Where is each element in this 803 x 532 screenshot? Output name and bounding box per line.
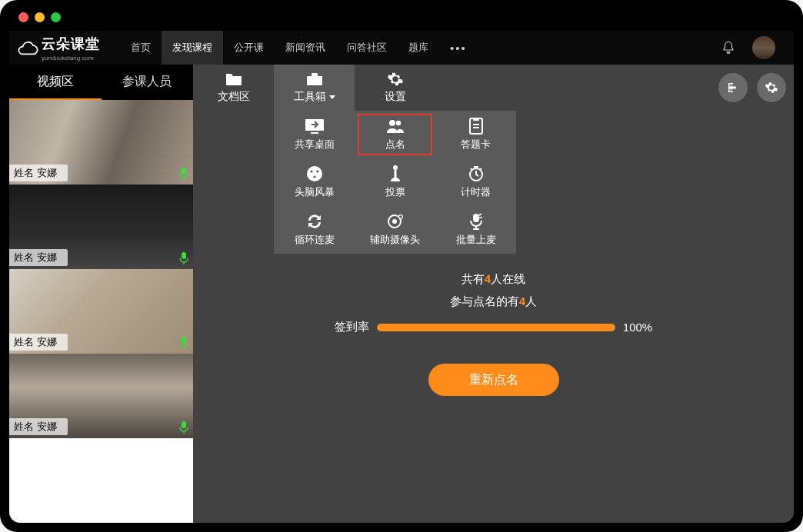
toolbar-tab-label-row: 工具箱 xyxy=(294,90,335,104)
tool-brainstorm[interactable]: 头脑风暴 xyxy=(274,158,355,206)
toolbar-tab-label-row: 设置 xyxy=(385,90,406,104)
gear-icon xyxy=(765,81,778,95)
toolbar-tab-toolbox[interactable]: 工具箱 xyxy=(274,65,355,111)
nav-item-2[interactable]: 公开课 xyxy=(223,31,275,65)
settings-icon xyxy=(386,71,405,87)
tool-share-screen[interactable]: 共享桌面 xyxy=(274,111,355,158)
video-list: 姓名 安娜姓名 安娜姓名 安娜姓名 安娜 xyxy=(9,100,193,523)
svg-rect-2 xyxy=(182,337,186,344)
attend-count-line: 参与点名的有4人 xyxy=(450,294,537,309)
participant-name-overlay: 姓名 安娜 xyxy=(9,249,68,266)
toolbar-tab-label: 文档区 xyxy=(218,90,250,104)
tool-label: 投票 xyxy=(385,185,405,199)
tool-label: 头脑风暴 xyxy=(295,185,335,199)
traffic-lights xyxy=(18,12,61,22)
brand-logo[interactable]: 云朵课堂 yunduoketang.com xyxy=(17,35,100,62)
toolbar-tab-label: 设置 xyxy=(385,90,406,104)
tool-batch-mic[interactable]: 批量上麦 xyxy=(435,206,516,254)
roll-call-icon xyxy=(385,118,405,135)
svg-rect-1 xyxy=(182,252,186,259)
svg-point-12 xyxy=(310,170,312,172)
nav-item-4[interactable]: 问答社区 xyxy=(336,31,398,65)
signin-progress-track xyxy=(377,324,615,331)
tool-label: 批量上麦 xyxy=(456,233,496,247)
sidebar-tab-0[interactable]: 视频区 xyxy=(9,65,102,100)
nav-list: 首页发现课程公开课新闻资讯问答社区题库 xyxy=(120,31,439,65)
brand-sub: yunduoketang.com xyxy=(42,55,100,62)
tool-roll-call[interactable]: 点名 xyxy=(355,111,435,158)
cycle-mic-icon xyxy=(305,213,325,230)
nav-more-button[interactable]: ••• xyxy=(439,42,478,55)
svg-point-15 xyxy=(393,165,398,170)
svg-point-8 xyxy=(395,121,400,125)
toolbar-tab-label: 工具箱 xyxy=(294,90,326,104)
brand-name: 云朵课堂 xyxy=(42,35,100,53)
video-tile[interactable]: 姓名 安娜 xyxy=(9,185,193,269)
mic-icon[interactable] xyxy=(179,337,188,349)
svg-rect-16 xyxy=(394,170,396,178)
svg-point-14 xyxy=(313,175,315,178)
tool-vote[interactable]: 投票 xyxy=(355,158,435,206)
vote-icon xyxy=(385,165,405,182)
toolbar-tab-label-row: 文档区 xyxy=(218,90,250,104)
video-tile[interactable]: 姓名 安娜 xyxy=(9,354,193,438)
maximize-window-button[interactable] xyxy=(51,12,61,22)
signin-rate-row: 签到率 100% xyxy=(335,320,652,334)
docs-icon xyxy=(225,71,243,87)
minimize-window-button[interactable] xyxy=(35,12,45,22)
mic-icon[interactable] xyxy=(179,421,188,434)
toolbar-tab-settings[interactable]: 设置 xyxy=(355,65,435,111)
mic-icon[interactable] xyxy=(179,252,188,264)
online-count-line: 共有4人在线 xyxy=(461,272,525,287)
tool-label: 答题卡 xyxy=(461,138,491,151)
tool-answer-card[interactable]: 答题卡 xyxy=(435,111,516,158)
toolbox-dropdown: 共享桌面点名答题卡头脑风暴投票计时器循环连麦辅助摄像头批量上麦 xyxy=(274,111,516,254)
main-area: 视频区参课人员 姓名 安娜姓名 安娜姓名 安娜姓名 安娜 文档区工具箱设置 共享… xyxy=(9,65,794,523)
nav-item-3[interactable]: 新闻资讯 xyxy=(275,31,336,65)
topbar-right xyxy=(721,36,775,59)
content-pane: 文档区工具箱设置 共享桌面点名答题卡头脑风暴投票计时器循环连麦辅助摄像头批量上麦… xyxy=(193,65,794,523)
settings-round-button[interactable] xyxy=(757,73,786,102)
signin-rate-label: 签到率 xyxy=(335,320,369,334)
tool-label: 点名 xyxy=(385,138,405,151)
svg-point-11 xyxy=(307,166,322,181)
tool-timer[interactable]: 计时器 xyxy=(435,158,516,206)
svg-point-13 xyxy=(316,170,318,172)
answer-card-icon xyxy=(466,118,486,135)
chevron-down-icon xyxy=(329,95,335,99)
video-tile[interactable]: 姓名 安娜 xyxy=(9,100,193,185)
re-rollcall-button[interactable]: 重新点名 xyxy=(428,364,559,396)
notifications-icon[interactable] xyxy=(721,41,735,55)
timer-icon xyxy=(466,165,486,182)
signin-percent-text: 100% xyxy=(623,321,652,334)
sidebar-tab-1[interactable]: 参课人员 xyxy=(102,65,194,100)
tool-label: 循环连麦 xyxy=(295,233,335,247)
brainstorm-icon xyxy=(305,165,325,182)
window-frame: 云朵课堂 yunduoketang.com 首页发现课程公开课新闻资讯问答社区题… xyxy=(0,0,803,532)
participant-name-overlay: 姓名 安娜 xyxy=(9,165,68,181)
video-tile-empty xyxy=(9,438,193,523)
svg-point-19 xyxy=(392,219,397,224)
exit-button[interactable] xyxy=(718,73,748,102)
signin-progress-fill xyxy=(377,324,615,331)
mic-icon[interactable] xyxy=(179,168,188,180)
sidebar-tabs: 视频区参课人员 xyxy=(9,65,193,100)
aux-camera-icon xyxy=(385,213,405,230)
svg-rect-21 xyxy=(473,214,479,222)
user-avatar[interactable] xyxy=(752,36,775,59)
toolbar-tab-docs[interactable]: 文档区 xyxy=(193,65,274,111)
video-sidebar: 视频区参课人员 姓名 安娜姓名 安娜姓名 安娜姓名 安娜 xyxy=(9,65,193,523)
nav-item-1[interactable]: 发现课程 xyxy=(162,31,223,65)
content-toolbar: 文档区工具箱设置 xyxy=(193,65,794,111)
batch-mic-icon xyxy=(466,213,486,230)
nav-item-5[interactable]: 题库 xyxy=(398,31,439,65)
tool-cycle-mic[interactable]: 循环连麦 xyxy=(274,206,355,254)
toolbox-icon xyxy=(305,71,324,87)
share-screen-icon xyxy=(305,118,325,135)
close-window-button[interactable] xyxy=(18,12,28,22)
video-tile[interactable]: 姓名 安娜 xyxy=(9,269,193,354)
tool-aux-camera[interactable]: 辅助摄像头 xyxy=(355,206,435,254)
svg-rect-0 xyxy=(182,168,186,175)
nav-item-0[interactable]: 首页 xyxy=(120,31,162,65)
svg-rect-10 xyxy=(473,118,479,121)
